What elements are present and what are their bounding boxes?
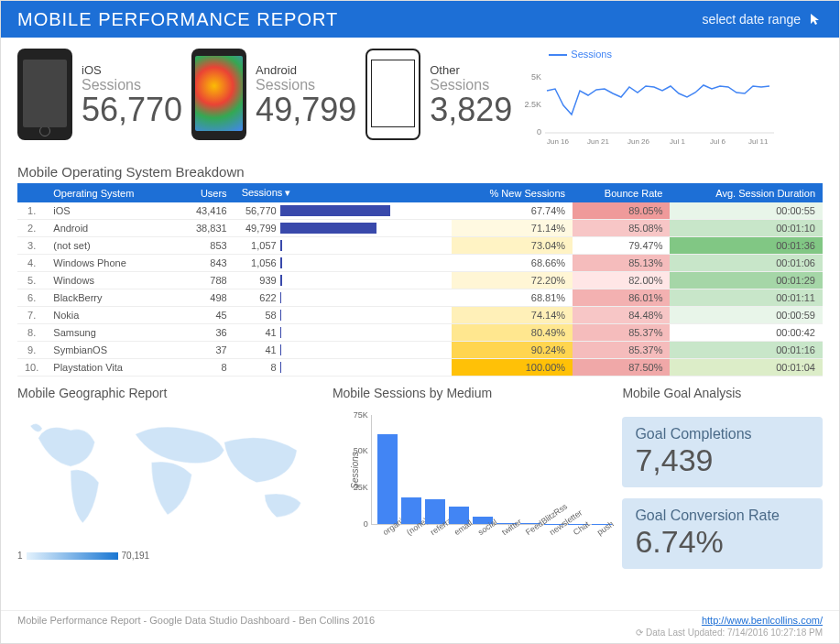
row-new: 80.49% [452, 324, 573, 342]
android-stat: Android Sessions 49,799 [191, 49, 356, 140]
row-idx: 9. [17, 342, 46, 359]
row-idx: 7. [17, 307, 46, 324]
android-phone-icon [191, 49, 246, 140]
row-os: Playstation Vita [46, 359, 173, 377]
ytick: 25K [354, 483, 368, 492]
table-row[interactable]: 6.BlackBerry49862268.81%86.01%00:01:11 [17, 289, 823, 307]
table-row[interactable]: 7.Nokia455874.14%84.48%00:00:59 [17, 307, 823, 324]
row-duration: 00:01:04 [670, 359, 823, 377]
other-stat: Other Sessions 3,829 [365, 49, 512, 140]
table-row[interactable]: 9.SymbianOS374190.24%85.37%00:01:16 [17, 342, 823, 359]
row-users: 788 [173, 272, 234, 289]
row-new: 67.74% [452, 202, 573, 220]
row-new: 68.81% [452, 289, 573, 307]
svg-text:Jun 16: Jun 16 [547, 137, 570, 146]
row-sessions: 41 [235, 342, 453, 359]
android-label: Android [256, 63, 356, 77]
row-idx: 2. [17, 220, 46, 237]
other-label: Other [430, 63, 512, 77]
map-legend-max: 70,191 [122, 551, 150, 561]
ios-stat: iOS Sessions 56,770 [17, 49, 182, 140]
row-new: 72.20% [452, 272, 573, 289]
sessions-sparkline[interactable]: Sessions 5K 2.5K 0 Jun 16Jun 21Jun 26 Ju… [521, 49, 823, 155]
ios-value: 56,770 [82, 93, 182, 126]
table-row[interactable]: 8.Samsung364180.49%85.37%00:00:42 [17, 324, 823, 342]
footer-updated: ⟳ Data Last Updated: 7/14/2016 10:27:18 … [17, 628, 823, 638]
row-sessions: 41 [235, 324, 453, 342]
row-duration: 00:00:55 [670, 202, 823, 220]
table-row[interactable]: 2.Android38,83149,79971.14%85.08%00:01:1… [17, 220, 823, 237]
row-duration: 00:01:11 [670, 289, 823, 307]
table-row[interactable]: 3.(not set)8531,05773.04%79.47%00:01:36 [17, 237, 823, 255]
row-os: iOS [46, 202, 173, 220]
row-idx: 10. [17, 359, 46, 377]
footer: Mobile Performance Report - Google Data … [1, 610, 839, 643]
col-idx[interactable] [17, 183, 46, 202]
os-breakdown-table[interactable]: Operating System Users Sessions ▾ % New … [17, 183, 823, 377]
geo-title: Mobile Geographic Report [17, 386, 318, 400]
row-sessions: 622 [235, 289, 453, 307]
goal-rate-card: Goal Conversion Rate 6.74% [622, 498, 823, 569]
col-os[interactable]: Operating System [46, 183, 173, 202]
table-row[interactable]: 4.Windows Phone8431,05668.66%85.13%00:01… [17, 255, 823, 272]
row-idx: 5. [17, 272, 46, 289]
row-bounce: 84.48% [573, 307, 670, 324]
table-row[interactable]: 10.Playstation Vita88100.00%87.50%00:01:… [17, 359, 823, 377]
row-duration: 00:01:16 [670, 342, 823, 359]
row-users: 43,416 [173, 202, 234, 220]
row-os: Nokia [46, 307, 173, 324]
col-users[interactable]: Users [173, 183, 234, 202]
android-value: 49,799 [256, 93, 356, 126]
date-range-selector[interactable]: select date range [703, 12, 823, 27]
table-row[interactable]: 1.iOS43,41656,77067.74%89.05%00:00:55 [17, 202, 823, 220]
bar-label: Chat [572, 519, 591, 537]
col-new-sessions[interactable]: % New Sessions [452, 183, 573, 202]
col-bounce[interactable]: Bounce Rate [573, 183, 670, 202]
other-value: 3,829 [430, 93, 512, 126]
footer-attribution: Mobile Performance Report - Google Data … [17, 615, 375, 626]
row-users: 45 [173, 307, 234, 324]
svg-text:Jun 26: Jun 26 [627, 137, 650, 146]
footer-link[interactable]: http://www.benlcollins.com/ [702, 615, 823, 626]
medium-bar-chart[interactable]: Sessions 75K 50K 25K 0 organic(none)refe… [333, 406, 608, 562]
row-sessions: 1,057 [235, 237, 453, 255]
row-users: 843 [173, 255, 234, 272]
summary-row: iOS Sessions 56,770 Android Sessions 49,… [1, 38, 839, 158]
map-gradient [27, 552, 118, 560]
row-idx: 6. [17, 289, 46, 307]
row-bounce: 86.01% [573, 289, 670, 307]
os-breakdown-title: Mobile Operating System Breakdown [1, 158, 839, 183]
page-title: MOBILE PERFORMANCE REPORT [17, 9, 338, 30]
goal-completions-card: Goal Completions 7,439 [622, 417, 823, 487]
col-duration[interactable]: Avg. Session Duration [670, 183, 823, 202]
medium-panel: Mobile Sessions by Medium Sessions 75K 5… [333, 386, 608, 569]
row-os: SymbianOS [46, 342, 173, 359]
row-bounce: 85.08% [573, 220, 670, 237]
row-sessions: 939 [235, 272, 453, 289]
row-idx: 1. [17, 202, 46, 220]
report-container: MOBILE PERFORMANCE REPORT select date ra… [0, 0, 840, 644]
medium-title: Mobile Sessions by Medium [333, 386, 608, 400]
row-new: 100.00% [452, 359, 573, 377]
table-row[interactable]: 5.Windows78893972.20%82.00%00:01:29 [17, 272, 823, 289]
row-duration: 00:01:29 [670, 272, 823, 289]
sparkline-legend: Sessions [521, 49, 823, 60]
goal-completions-label: Goal Completions [635, 426, 810, 442]
row-users: 36 [173, 324, 234, 342]
bar-label: push [595, 519, 616, 537]
row-users: 498 [173, 289, 234, 307]
row-os: Windows [46, 272, 173, 289]
row-new: 90.24% [452, 342, 573, 359]
row-idx: 4. [17, 255, 46, 272]
goals-panel: Mobile Goal Analysis Goal Completions 7,… [622, 386, 823, 569]
bar-organic[interactable] [377, 434, 398, 524]
row-sessions: 56,770 [235, 202, 453, 220]
row-os: Samsung [46, 324, 173, 342]
col-sessions[interactable]: Sessions ▾ [235, 183, 453, 202]
world-map[interactable] [17, 406, 318, 543]
row-duration: 00:01:06 [670, 255, 823, 272]
row-bounce: 85.37% [573, 342, 670, 359]
row-bounce: 79.47% [573, 237, 670, 255]
row-bounce: 85.37% [573, 324, 670, 342]
bar-label: twitter [500, 517, 523, 537]
